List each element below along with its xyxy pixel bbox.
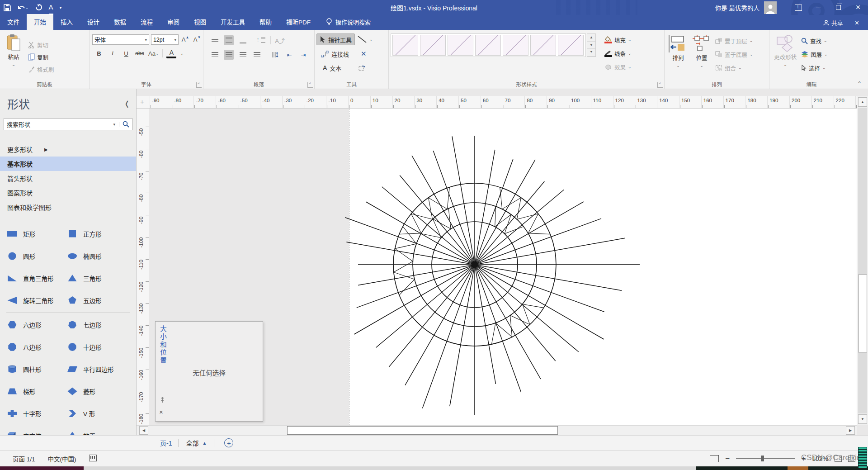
restore-button[interactable] xyxy=(828,0,848,15)
zoom-slider[interactable] xyxy=(736,458,795,459)
share-button[interactable]: 共享 xyxy=(823,19,843,27)
search-icon[interactable] xyxy=(123,121,129,128)
tab-视图[interactable]: 视图 xyxy=(187,14,213,30)
strikethrough-button[interactable]: abc xyxy=(135,48,145,58)
send-to-back-button[interactable]: 置于底层⌄ xyxy=(713,49,755,60)
undo-button[interactable]: ⌄ xyxy=(17,0,29,15)
stencil-基本形状[interactable]: 基本形状 xyxy=(0,157,136,171)
align-center-button[interactable] xyxy=(224,50,234,60)
shape-drop[interactable]: 放置 xyxy=(60,424,120,435)
bold-button[interactable]: B xyxy=(94,48,104,58)
pin-panel-button[interactable] xyxy=(159,397,165,403)
shape-search-input[interactable]: 搜索形状 xyxy=(7,120,109,128)
vertical-scrollbar[interactable]: ▲ ▼ xyxy=(857,96,868,425)
select-button[interactable]: 选择⌄ xyxy=(799,62,830,73)
tab-开发工具[interactable]: 开发工具 xyxy=(213,14,252,30)
shape-circle[interactable]: 圆形 xyxy=(0,245,60,267)
shape-triangle[interactable]: 三角形 xyxy=(60,267,120,289)
underline-button[interactable]: U xyxy=(121,48,131,58)
shape-pentagon[interactable]: 五边形 xyxy=(60,289,120,311)
justify-button[interactable] xyxy=(252,50,262,60)
shape-style-swatch-1[interactable] xyxy=(392,35,418,56)
tab-福昕PDF[interactable]: 福昕PDF xyxy=(279,14,318,30)
shape-heptagon[interactable]: 七边形 xyxy=(60,313,120,336)
ime-keyboard-icon[interactable] xyxy=(89,455,97,461)
tell-me-search[interactable]: 操作说明搜索 xyxy=(318,14,375,30)
scroll-left-button[interactable]: ◀ xyxy=(139,426,148,435)
layers-button[interactable]: 图层⌄ xyxy=(799,49,830,60)
tab-设计[interactable]: 设计 xyxy=(80,14,107,30)
tab-插入[interactable]: 插入 xyxy=(53,14,80,30)
arrange-button[interactable]: 排列⌄ xyxy=(666,32,690,79)
shape-trapezoid[interactable]: 梯形 xyxy=(0,380,60,402)
align-bottom-button[interactable] xyxy=(238,35,248,45)
fit-width-button[interactable] xyxy=(848,456,855,462)
bring-to-front-button[interactable]: 置于顶层⌄ xyxy=(713,35,755,46)
fit-page-button[interactable] xyxy=(835,456,842,462)
text-tool-button[interactable]: A 文本 xyxy=(320,62,344,74)
shape-cylinder[interactable]: 圆柱形 xyxy=(0,358,60,380)
scroll-right-button[interactable]: ▶ xyxy=(846,426,855,435)
language-indicator[interactable]: 中文(中国) xyxy=(42,454,83,463)
position-button[interactable]: 位置⌄ xyxy=(690,32,713,79)
effects-button[interactable]: 效果⌄ xyxy=(602,62,633,72)
line-spacing-button[interactable] xyxy=(270,50,280,60)
tab-数据[interactable]: 数据 xyxy=(107,14,133,30)
shape-style-swatch-3[interactable] xyxy=(448,35,473,56)
connection-point-tool-button[interactable]: ✕ xyxy=(361,50,367,58)
stencil-箭头形状[interactable]: 箭头形状 xyxy=(0,171,136,185)
shape-decagon[interactable]: 十边形 xyxy=(60,336,120,358)
all-pages-button[interactable]: 全部▲ xyxy=(179,438,214,447)
shape-rotated-triangle[interactable]: 旋转三角形 xyxy=(0,289,60,311)
user-name[interactable]: 你是 最优秀的人 xyxy=(715,3,760,12)
shape-rect[interactable]: 矩形 xyxy=(0,223,60,245)
shape-cube[interactable]: 立方体 xyxy=(0,424,60,435)
shape-style-swatch-2[interactable] xyxy=(420,35,446,56)
shape-style-swatch-7[interactable] xyxy=(558,35,584,56)
horizontal-scrollbar[interactable]: ◀ ▶ xyxy=(137,425,857,435)
shape-parallelogram[interactable]: 平行四边形 xyxy=(60,358,120,380)
shape-style-swatch-4[interactable] xyxy=(475,35,501,56)
shape-search-box[interactable]: 搜索形状 ▾ xyxy=(4,118,132,130)
tab-帮助[interactable]: 帮助 xyxy=(252,14,279,30)
change-case-button[interactable]: Aa⌄ xyxy=(148,48,159,58)
shape-octagon[interactable]: 八边形 xyxy=(0,336,60,358)
decrease-indent-button[interactable]: ⇤ xyxy=(284,50,294,60)
copy-button[interactable]: 复制 xyxy=(26,52,56,62)
change-shape-button[interactable]: 更改形状⌄ xyxy=(771,32,799,79)
scroll-up-button[interactable]: ▲ xyxy=(858,97,867,107)
close-button[interactable]: × xyxy=(848,0,868,15)
fill-button[interactable]: 填充⌄ xyxy=(602,34,633,45)
shape-diamond[interactable]: 菱形 xyxy=(60,380,120,402)
ribbon-display-options-button[interactable] xyxy=(788,0,808,15)
close-panel-button[interactable]: × xyxy=(159,408,163,416)
stencil-图案形状[interactable]: 图案形状 xyxy=(0,185,136,200)
stencil-更多形状[interactable]: 更多形状▶ xyxy=(0,142,136,157)
search-dropdown-caret[interactable]: ▾ xyxy=(109,122,119,127)
find-button[interactable]: 查找⌄ xyxy=(799,35,830,46)
vertical-scroll-thumb[interactable] xyxy=(858,275,867,352)
line-tool-dropdown[interactable]: ⌄ xyxy=(369,37,373,42)
zoom-in-button[interactable]: + xyxy=(801,454,806,463)
save-button[interactable] xyxy=(4,0,11,15)
tab-开始[interactable]: 开始 xyxy=(27,14,53,30)
minimize-button[interactable]: ─ xyxy=(808,0,828,15)
vertical-scroll-track[interactable] xyxy=(858,108,867,413)
stencil-图表和数学图形[interactable]: 图表和数学图形 xyxy=(0,200,136,214)
align-left-button[interactable] xyxy=(210,50,220,60)
shape-ellipse[interactable]: 椭圆形 xyxy=(60,245,120,267)
align-right-button[interactable] xyxy=(238,50,248,60)
connector-tool-button[interactable]: 连接线 xyxy=(318,48,352,60)
horizontal-scroll-thumb[interactable] xyxy=(287,426,558,435)
font-size-select[interactable]: 12pt▾ xyxy=(151,34,179,45)
shape-right-triangle[interactable]: 直角三角形 xyxy=(0,267,60,289)
zoom-slider-thumb[interactable] xyxy=(761,456,764,461)
collapse-shapes-panel-button[interactable]: ❬ xyxy=(124,100,130,108)
close-pane-button[interactable]: × xyxy=(855,19,859,27)
shrink-font-button[interactable]: A▼ xyxy=(192,35,202,45)
customize-qat-button[interactable]: ▾ xyxy=(60,0,62,15)
shape-styles-dialog-launcher[interactable] xyxy=(657,82,663,88)
avatar[interactable] xyxy=(764,1,777,14)
group-button[interactable]: 组合⌄ xyxy=(713,62,755,73)
add-page-button[interactable]: + xyxy=(224,438,233,447)
